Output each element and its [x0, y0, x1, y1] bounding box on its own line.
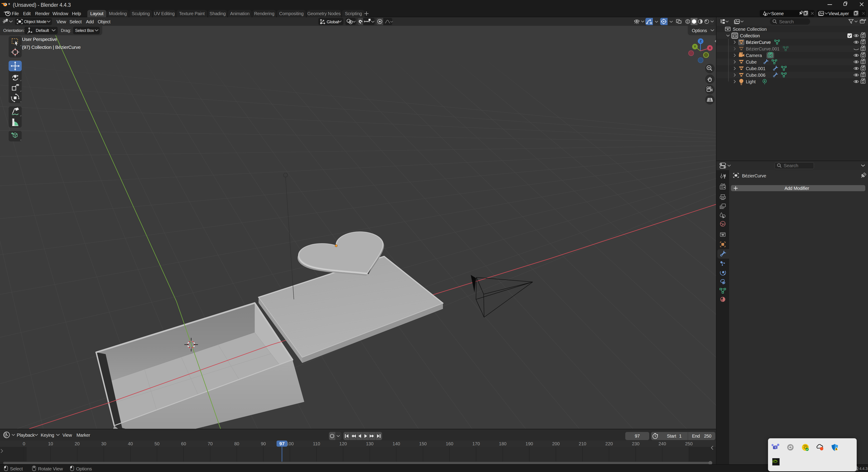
svg-text:240: 240	[658, 441, 666, 446]
svg-text:20: 20	[75, 441, 80, 446]
svg-text:Collection: Collection	[740, 33, 760, 38]
svg-text:Cube: Cube	[746, 60, 757, 64]
svg-text:180: 180	[499, 441, 506, 446]
svg-text:220: 220	[606, 441, 613, 446]
svg-text:Z: Z	[700, 39, 702, 43]
svg-text:90: 90	[261, 441, 266, 446]
svg-text:Camera: Camera	[746, 53, 762, 58]
svg-text:0: 0	[23, 441, 25, 446]
svg-text:190: 190	[526, 441, 533, 446]
svg-text:120: 120	[339, 441, 347, 446]
svg-text:X: X	[709, 46, 711, 50]
svg-text:160: 160	[446, 441, 453, 446]
svg-text:70: 70	[208, 441, 213, 446]
svg-text:BézierCurve.001: BézierCurve.001	[746, 47, 779, 51]
svg-text:50: 50	[155, 441, 159, 446]
svg-text:170: 170	[472, 441, 480, 446]
svg-text:Scene Collection: Scene Collection	[733, 27, 767, 32]
svg-text:140: 140	[393, 441, 400, 446]
svg-text:60: 60	[181, 441, 186, 446]
svg-text:110: 110	[313, 441, 320, 446]
svg-text:130: 130	[366, 441, 373, 446]
svg-text:Cube.001: Cube.001	[746, 66, 766, 71]
svg-text:Y: Y	[694, 45, 696, 49]
svg-text:Cube.006: Cube.006	[746, 72, 766, 78]
svg-text:T: T	[775, 446, 776, 449]
svg-text:Light: Light	[746, 79, 756, 84]
svg-text:97: 97	[279, 441, 285, 446]
svg-text:BézierCurve: BézierCurve	[746, 40, 771, 45]
svg-text:230: 230	[632, 441, 639, 446]
svg-text:80: 80	[234, 441, 239, 446]
svg-text:250: 250	[685, 441, 693, 446]
svg-text:30: 30	[101, 441, 106, 446]
svg-text:40: 40	[128, 441, 133, 446]
svg-text:210: 210	[579, 441, 586, 446]
svg-text:200: 200	[552, 441, 560, 446]
svg-text:150: 150	[419, 441, 427, 446]
svg-text:10: 10	[48, 441, 53, 446]
